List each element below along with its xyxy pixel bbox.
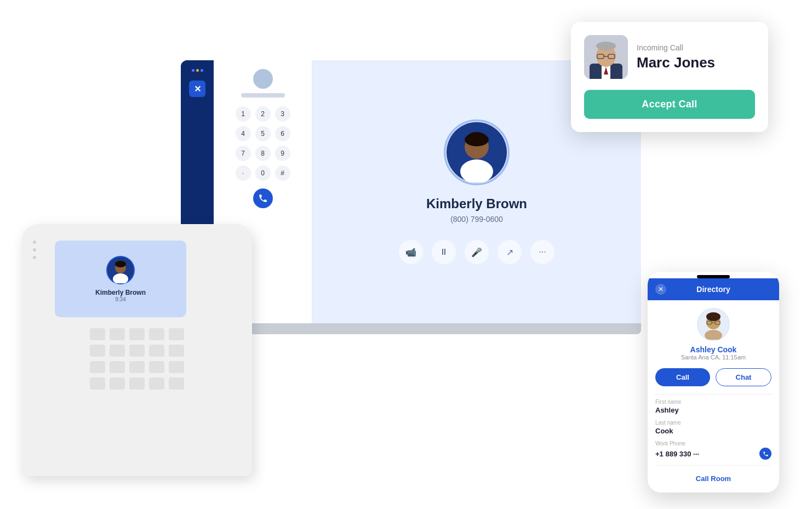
mobile-contact-name: Ashley Cook [690,345,737,354]
divider-2 [655,465,771,466]
mobile-chat-button[interactable]: Chat [716,368,771,386]
mobile-directory-panel: ✕ Directory [648,272,779,493]
divider [655,394,771,394]
dot-2 [196,69,199,72]
work-phone-label: Work Phone [655,441,771,447]
mobile-close-button[interactable]: ✕ [655,284,666,295]
main-contact-phone: (800) 799-0600 [450,215,503,224]
phone-key [149,361,164,373]
dialer-avatar [253,69,273,89]
main-contact-name: Kimberly Brown [426,196,527,211]
svg-point-13 [467,132,487,143]
dial-key-9[interactable]: 9 [275,146,290,161]
phone-contact-status: 9:34 [115,296,125,302]
phone-key [90,345,105,357]
mobile-contact-section: Ashley Cook Santa Ana CA, 11:15am [655,308,771,361]
more-button[interactable]: ··· [530,240,554,264]
dot-3 [201,69,203,72]
video-button[interactable]: 📹 [399,240,423,264]
dial-key-7[interactable]: 7 [236,146,251,161]
desk-phone: Kimberly Brown 9:34 [0,202,263,476]
mobile-contact-avatar [697,308,730,341]
last-name-value: Cook [655,427,771,435]
work-phone-field: Work Phone +1 889 330 ··· [655,441,771,460]
phone-key [129,328,145,340]
phone-key [149,345,164,357]
svg-point-24 [706,312,720,321]
phone-key [149,378,164,390]
dial-key-4[interactable]: 4 [236,126,251,141]
caller-info: Incoming Call Marc Jones [637,43,715,71]
incoming-label: Incoming Call [637,43,715,52]
mobile-directory-title: Directory [696,285,730,294]
app-logo: ✕ [189,81,205,97]
phone-contact-name: Kimberly Brown [95,289,146,296]
first-name-label: First name [655,399,771,405]
phone-key [129,361,145,373]
dial-key-hash[interactable]: # [275,165,290,181]
first-name-value: Ashley [655,406,771,414]
dial-key-8[interactable]: 8 [255,146,271,161]
transfer-button[interactable]: ↗ [498,240,522,264]
dial-key-5[interactable]: 5 [255,126,271,141]
dial-key-1[interactable]: 1 [236,106,251,122]
last-name-label: Last name [655,420,771,426]
phone-key [110,328,125,340]
pause-button[interactable]: ⏸ [432,240,456,264]
phone-key [149,328,164,340]
mobile-action-buttons: Call Chat [655,368,771,386]
call-controls: 📹 ⏸ 🎤 ↗ ··· [399,240,554,264]
mobile-header: ✕ Directory [648,278,779,300]
phone-speaker [33,241,36,259]
phone-key [90,328,105,340]
last-name-field: Last name Cook [655,420,771,435]
phone-call-icon[interactable] [759,448,771,460]
phone-key [110,345,125,357]
phone-key [169,345,184,357]
incoming-call-card: Incoming Call Marc Jones Accept Call [571,22,768,132]
phone-key [129,378,145,390]
svg-point-17 [115,261,126,267]
speaker-dot [33,248,36,251]
mobile-call-button[interactable]: Call [655,368,710,386]
key-row-2 [33,345,241,357]
phone-key [110,378,125,390]
speaker-dot [33,241,36,244]
dialer-bar [241,93,285,98]
call-room-button[interactable]: Call Room [655,470,771,485]
main-contact-avatar [444,119,510,185]
phone-key [110,361,125,373]
phone-contact-avatar [106,256,135,284]
caller-avatar [584,35,628,79]
svg-point-8 [596,42,616,50]
dial-key-0[interactable]: 0 [255,165,271,181]
phone-key [129,345,145,357]
dial-key-6[interactable]: 6 [275,126,290,141]
dot-1 [192,69,195,72]
key-row-4 [33,378,241,390]
dial-grid: 1 2 3 4 5 6 7 8 9 · 0 # [236,106,290,181]
dial-key-3[interactable]: 3 [275,106,290,122]
mute-button[interactable]: 🎤 [465,240,489,264]
phone-screen: Kimberly Brown 9:34 [55,241,186,317]
dial-key-2[interactable]: 2 [255,106,271,122]
key-row-3 [33,361,241,373]
phone-key [169,378,184,390]
phone-body: Kimberly Brown 9:34 [22,224,252,476]
mobile-contact-location: Santa Ana CA, 11:15am [681,354,746,361]
dial-key-dot[interactable]: · [236,165,251,181]
incoming-call-header: Incoming Call Marc Jones [584,35,755,79]
svg-point-10 [460,159,493,182]
work-phone-row: +1 889 330 ··· [655,448,771,460]
mobile-body: Ashley Cook Santa Ana CA, 11:15am Call C… [648,300,779,493]
phone-key [169,328,184,340]
first-name-field: First name Ashley [655,399,771,414]
accept-call-button[interactable]: Accept Call [584,90,755,119]
sidebar-dots [192,69,203,72]
phone-key [90,361,105,373]
work-phone-value: +1 889 330 ··· [655,450,699,458]
key-row-1 [33,328,241,340]
phone-key [169,361,184,373]
phone-key [90,378,105,390]
phone-keypad [33,328,241,390]
